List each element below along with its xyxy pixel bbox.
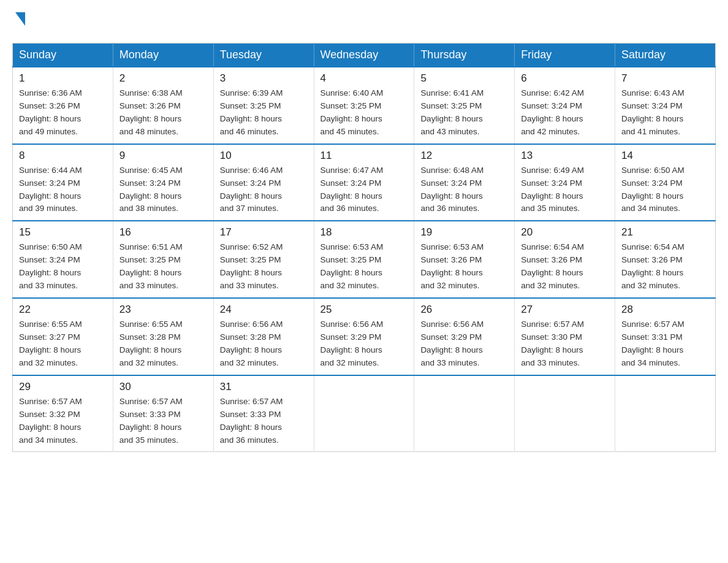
day-number: 4	[320, 72, 408, 85]
day-number: 6	[521, 72, 609, 85]
day-number: 8	[19, 150, 107, 162]
day-number: 28	[621, 304, 709, 316]
day-number: 1	[19, 72, 107, 85]
calendar-cell: 3Sunrise: 6:39 AMSunset: 3:25 PMDaylight…	[213, 67, 314, 144]
calendar-cell: 10Sunrise: 6:46 AMSunset: 3:24 PMDayligh…	[213, 144, 314, 221]
calendar-cell: 5Sunrise: 6:41 AMSunset: 3:25 PMDaylight…	[414, 67, 515, 144]
logo-triangle-icon	[15, 12, 25, 26]
day-info: Sunrise: 6:40 AMSunset: 3:25 PMDaylight:…	[320, 87, 408, 139]
weekday-header-thursday: Thursday	[414, 44, 515, 67]
day-info: Sunrise: 6:55 AMSunset: 3:27 PMDaylight:…	[19, 318, 107, 370]
calendar-cell	[515, 375, 615, 452]
day-info: Sunrise: 6:39 AMSunset: 3:25 PMDaylight:…	[220, 87, 308, 139]
calendar-cell: 4Sunrise: 6:40 AMSunset: 3:25 PMDaylight…	[314, 67, 414, 144]
calendar-cell: 26Sunrise: 6:56 AMSunset: 3:29 PMDayligh…	[414, 298, 515, 375]
calendar-cell: 24Sunrise: 6:56 AMSunset: 3:28 PMDayligh…	[213, 298, 314, 375]
calendar-week-row: 1Sunrise: 6:36 AMSunset: 3:26 PMDaylight…	[13, 67, 716, 144]
weekday-header-wednesday: Wednesday	[314, 44, 414, 67]
calendar-week-row: 8Sunrise: 6:44 AMSunset: 3:24 PMDaylight…	[13, 144, 716, 221]
day-info: Sunrise: 6:56 AMSunset: 3:29 PMDaylight:…	[320, 318, 408, 370]
calendar-cell: 17Sunrise: 6:52 AMSunset: 3:25 PMDayligh…	[213, 221, 314, 298]
day-info: Sunrise: 6:52 AMSunset: 3:25 PMDaylight:…	[220, 241, 308, 293]
weekday-header-monday: Monday	[113, 44, 213, 67]
calendar-cell: 14Sunrise: 6:50 AMSunset: 3:24 PMDayligh…	[615, 144, 716, 221]
day-info: Sunrise: 6:47 AMSunset: 3:24 PMDaylight:…	[320, 164, 408, 216]
calendar-cell: 28Sunrise: 6:57 AMSunset: 3:31 PMDayligh…	[615, 298, 716, 375]
calendar-cell	[314, 375, 414, 452]
weekday-header-tuesday: Tuesday	[213, 44, 314, 67]
weekday-header-row: SundayMondayTuesdayWednesdayThursdayFrid…	[13, 44, 716, 67]
calendar-cell: 19Sunrise: 6:53 AMSunset: 3:26 PMDayligh…	[414, 221, 515, 298]
day-info: Sunrise: 6:57 AMSunset: 3:30 PMDaylight:…	[521, 318, 609, 370]
day-number: 18	[320, 226, 408, 239]
calendar-cell: 21Sunrise: 6:54 AMSunset: 3:26 PMDayligh…	[615, 221, 716, 298]
day-info: Sunrise: 6:49 AMSunset: 3:24 PMDaylight:…	[521, 164, 609, 216]
day-number: 21	[621, 226, 709, 239]
day-info: Sunrise: 6:50 AMSunset: 3:24 PMDaylight:…	[621, 164, 709, 216]
calendar-cell: 30Sunrise: 6:57 AMSunset: 3:33 PMDayligh…	[113, 375, 213, 452]
day-number: 12	[420, 150, 508, 162]
calendar-cell: 2Sunrise: 6:38 AMSunset: 3:26 PMDaylight…	[113, 67, 213, 144]
day-number: 22	[19, 304, 107, 316]
day-number: 31	[220, 381, 308, 393]
calendar-cell: 20Sunrise: 6:54 AMSunset: 3:26 PMDayligh…	[515, 221, 615, 298]
day-number: 19	[420, 226, 508, 239]
calendar-week-row: 29Sunrise: 6:57 AMSunset: 3:32 PMDayligh…	[13, 375, 716, 452]
day-number: 17	[220, 226, 308, 239]
calendar-cell: 29Sunrise: 6:57 AMSunset: 3:32 PMDayligh…	[13, 375, 113, 452]
day-number: 7	[621, 72, 709, 85]
calendar-cell: 23Sunrise: 6:55 AMSunset: 3:28 PMDayligh…	[113, 298, 213, 375]
day-info: Sunrise: 6:48 AMSunset: 3:24 PMDaylight:…	[420, 164, 508, 216]
calendar-week-row: 15Sunrise: 6:50 AMSunset: 3:24 PMDayligh…	[13, 221, 716, 298]
day-number: 20	[521, 226, 609, 239]
day-number: 13	[521, 150, 609, 162]
calendar-cell	[615, 375, 716, 452]
weekday-header-friday: Friday	[515, 44, 615, 67]
calendar-cell: 18Sunrise: 6:53 AMSunset: 3:25 PMDayligh…	[314, 221, 414, 298]
logo	[12, 12, 25, 31]
day-info: Sunrise: 6:44 AMSunset: 3:24 PMDaylight:…	[19, 164, 107, 216]
day-info: Sunrise: 6:43 AMSunset: 3:24 PMDaylight:…	[621, 87, 709, 139]
day-number: 25	[320, 304, 408, 316]
day-info: Sunrise: 6:50 AMSunset: 3:24 PMDaylight:…	[19, 241, 107, 293]
day-info: Sunrise: 6:57 AMSunset: 3:33 PMDaylight:…	[119, 396, 207, 447]
day-info: Sunrise: 6:38 AMSunset: 3:26 PMDaylight:…	[119, 87, 207, 139]
calendar-cell: 16Sunrise: 6:51 AMSunset: 3:25 PMDayligh…	[113, 221, 213, 298]
calendar-cell: 7Sunrise: 6:43 AMSunset: 3:24 PMDaylight…	[615, 67, 716, 144]
day-info: Sunrise: 6:55 AMSunset: 3:28 PMDaylight:…	[119, 318, 207, 370]
day-info: Sunrise: 6:45 AMSunset: 3:24 PMDaylight:…	[119, 164, 207, 216]
calendar-cell: 8Sunrise: 6:44 AMSunset: 3:24 PMDaylight…	[13, 144, 113, 221]
day-number: 15	[19, 226, 107, 239]
day-info: Sunrise: 6:56 AMSunset: 3:28 PMDaylight:…	[220, 318, 308, 370]
calendar-cell: 31Sunrise: 6:57 AMSunset: 3:33 PMDayligh…	[213, 375, 314, 452]
calendar-cell: 27Sunrise: 6:57 AMSunset: 3:30 PMDayligh…	[515, 298, 615, 375]
day-number: 14	[621, 150, 709, 162]
calendar-cell: 1Sunrise: 6:36 AMSunset: 3:26 PMDaylight…	[13, 67, 113, 144]
calendar-week-row: 22Sunrise: 6:55 AMSunset: 3:27 PMDayligh…	[13, 298, 716, 375]
day-number: 27	[521, 304, 609, 316]
calendar-cell: 9Sunrise: 6:45 AMSunset: 3:24 PMDaylight…	[113, 144, 213, 221]
calendar-cell: 15Sunrise: 6:50 AMSunset: 3:24 PMDayligh…	[13, 221, 113, 298]
calendar-cell: 13Sunrise: 6:49 AMSunset: 3:24 PMDayligh…	[515, 144, 615, 221]
day-info: Sunrise: 6:54 AMSunset: 3:26 PMDaylight:…	[621, 241, 709, 293]
calendar-table: SundayMondayTuesdayWednesdayThursdayFrid…	[12, 43, 716, 452]
calendar-cell: 11Sunrise: 6:47 AMSunset: 3:24 PMDayligh…	[314, 144, 414, 221]
day-number: 10	[220, 150, 308, 162]
day-info: Sunrise: 6:57 AMSunset: 3:33 PMDaylight:…	[220, 396, 308, 447]
day-info: Sunrise: 6:57 AMSunset: 3:31 PMDaylight:…	[621, 318, 709, 370]
day-info: Sunrise: 6:42 AMSunset: 3:24 PMDaylight:…	[521, 87, 609, 139]
weekday-header-sunday: Sunday	[13, 44, 113, 67]
day-number: 29	[19, 381, 107, 393]
day-number: 30	[119, 381, 207, 393]
day-info: Sunrise: 6:51 AMSunset: 3:25 PMDaylight:…	[119, 241, 207, 293]
day-number: 9	[119, 150, 207, 162]
calendar-cell	[414, 375, 515, 452]
day-info: Sunrise: 6:53 AMSunset: 3:26 PMDaylight:…	[420, 241, 508, 293]
day-number: 23	[119, 304, 207, 316]
day-info: Sunrise: 6:46 AMSunset: 3:24 PMDaylight:…	[220, 164, 308, 216]
day-info: Sunrise: 6:56 AMSunset: 3:29 PMDaylight:…	[420, 318, 508, 370]
day-number: 24	[220, 304, 308, 316]
calendar-cell: 22Sunrise: 6:55 AMSunset: 3:27 PMDayligh…	[13, 298, 113, 375]
calendar-cell: 12Sunrise: 6:48 AMSunset: 3:24 PMDayligh…	[414, 144, 515, 221]
day-number: 5	[420, 72, 508, 85]
